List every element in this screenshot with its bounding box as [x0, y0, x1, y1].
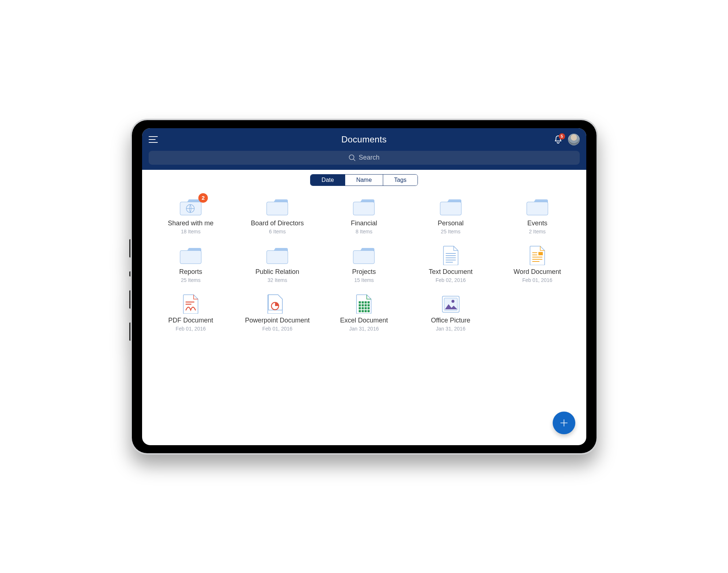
- avatar-icon: [568, 134, 580, 145]
- svg-rect-33: [359, 307, 361, 309]
- svg-rect-6: [440, 202, 461, 215]
- grid-item-text[interactable]: Text Document Feb 02, 2016: [409, 245, 492, 283]
- svg-rect-5: [353, 202, 374, 215]
- svg-rect-31: [365, 304, 367, 306]
- text-file-icon: [438, 245, 464, 265]
- svg-rect-28: [367, 301, 370, 303]
- folder-icon: [178, 245, 203, 265]
- add-button[interactable]: [553, 412, 575, 434]
- item-subtitle: 6 Items: [269, 229, 286, 234]
- svg-rect-29: [359, 304, 361, 306]
- grid-item-financial[interactable]: Financial 8 Items: [323, 197, 405, 234]
- notification-count-badge: 5: [559, 133, 565, 140]
- search-input[interactable]: Search: [149, 151, 580, 165]
- svg-rect-39: [365, 310, 367, 312]
- tablet-side-button: [129, 271, 130, 276]
- item-name: Excel Document: [340, 317, 388, 324]
- page-title: Documents: [341, 134, 386, 145]
- svg-rect-27: [365, 301, 367, 303]
- item-subtitle: 2 Items: [529, 229, 546, 234]
- grid-item-pdf[interactable]: PDF Document Feb 01, 2016: [149, 294, 232, 332]
- svg-rect-35: [365, 307, 367, 309]
- svg-rect-9: [267, 251, 288, 264]
- grid-item-img[interactable]: Office Picture Jan 31, 2016: [409, 294, 492, 332]
- menu-button[interactable]: [149, 135, 158, 144]
- plus-icon: [559, 418, 569, 428]
- item-name: Reports: [179, 268, 202, 276]
- item-name: Projects: [352, 268, 376, 276]
- svg-rect-26: [362, 301, 364, 303]
- powerpoint-file-icon: [264, 294, 290, 314]
- shared-folder-icon: 2: [178, 197, 203, 217]
- item-name: Public Relation: [255, 268, 299, 276]
- item-name: Office Picture: [431, 317, 470, 324]
- item-subtitle: Feb 01, 2016: [522, 277, 553, 283]
- item-subtitle: 8 Items: [356, 229, 373, 234]
- grid-item-pr[interactable]: Public Relation 32 Items: [236, 245, 319, 283]
- folder-icon: [438, 197, 464, 217]
- folder-icon: [351, 245, 377, 265]
- grid-item-events[interactable]: Events 2 Items: [496, 197, 579, 234]
- tablet-side-button: [129, 239, 130, 257]
- tablet-side-button: [129, 322, 130, 341]
- image-file-icon: [438, 294, 464, 314]
- svg-rect-40: [367, 310, 370, 312]
- grid-item-projects[interactable]: Projects 15 Items: [323, 245, 405, 283]
- item-subtitle: Feb 02, 2016: [435, 277, 466, 283]
- hamburger-icon: [149, 135, 158, 144]
- grid-item-reports[interactable]: Reports 25 Items: [149, 245, 232, 283]
- svg-rect-10: [353, 251, 374, 264]
- sort-option-date[interactable]: Date: [310, 175, 345, 186]
- sort-option-tags[interactable]: Tags: [383, 175, 418, 186]
- grid-item-ppt[interactable]: Powerpoint Document Feb 01, 2016: [236, 294, 319, 332]
- documents-grid-scroll[interactable]: 2 Shared with me 18 Items Board of Direc…: [142, 190, 586, 445]
- item-name: PDF Document: [168, 317, 213, 324]
- item-subtitle: 25 Items: [441, 229, 461, 234]
- item-name: Financial: [351, 219, 377, 227]
- pdf-file-icon: [178, 294, 203, 314]
- svg-point-43: [451, 300, 454, 303]
- svg-rect-8: [180, 251, 201, 264]
- sort-row: DateNameTags: [142, 170, 586, 190]
- svg-rect-37: [359, 310, 361, 312]
- tablet-side-button: [129, 290, 130, 309]
- item-name: Personal: [438, 219, 464, 227]
- documents-grid: 2 Shared with me 18 Items Board of Direc…: [149, 197, 579, 332]
- item-name: Events: [527, 219, 547, 227]
- search-placeholder: Search: [359, 154, 380, 161]
- svg-rect-32: [367, 304, 370, 306]
- svg-rect-4: [267, 202, 288, 215]
- search-icon: [348, 154, 356, 161]
- grid-item-shared[interactable]: 2 Shared with me 18 Items: [149, 197, 232, 234]
- item-name: Powerpoint Document: [245, 317, 310, 324]
- excel-file-icon: [351, 294, 377, 314]
- item-name: Text Document: [429, 268, 473, 276]
- svg-rect-30: [362, 304, 364, 306]
- item-subtitle: 15 Items: [354, 277, 374, 283]
- notifications-button[interactable]: 5: [553, 135, 563, 144]
- grid-item-personal[interactable]: Personal 25 Items: [409, 197, 492, 234]
- sort-option-name[interactable]: Name: [345, 175, 383, 186]
- svg-rect-38: [362, 310, 364, 312]
- grid-item-word[interactable]: Word Document Feb 01, 2016: [496, 245, 579, 283]
- app-header: Documents 5: [142, 128, 586, 170]
- profile-avatar[interactable]: [568, 134, 580, 145]
- svg-rect-16: [538, 252, 543, 255]
- svg-rect-7: [527, 202, 548, 215]
- item-subtitle: Jan 31, 2016: [349, 326, 379, 332]
- item-subtitle: Feb 01, 2016: [262, 326, 293, 332]
- word-file-icon: [525, 245, 550, 265]
- tablet-side-buttons: [129, 239, 130, 341]
- folder-icon: [264, 197, 290, 217]
- item-badge: 2: [198, 193, 208, 203]
- item-name: Board of Directors: [251, 219, 304, 227]
- grid-item-board[interactable]: Board of Directors 6 Items: [236, 197, 319, 234]
- svg-line-1: [353, 159, 355, 161]
- sort-segmented: DateNameTags: [310, 174, 418, 186]
- grid-item-xls[interactable]: Excel Document Jan 31, 2016: [323, 294, 405, 332]
- folder-icon: [351, 197, 377, 217]
- svg-rect-34: [362, 307, 364, 309]
- item-subtitle: Jan 31, 2016: [436, 326, 465, 332]
- item-subtitle: 18 Items: [181, 229, 201, 234]
- svg-rect-25: [359, 301, 361, 303]
